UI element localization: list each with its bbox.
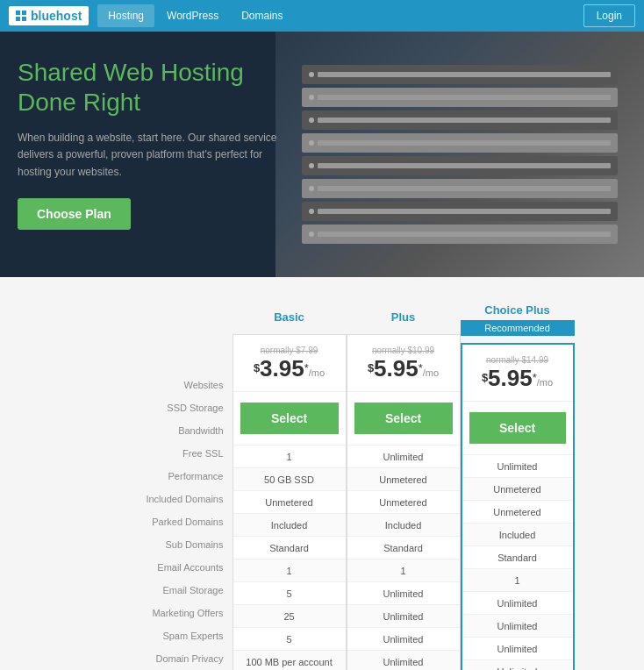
plan-choice-amount: 5.95	[488, 365, 533, 391]
plan-choice-plus: Choice Plus Recommended normally $14.99 …	[461, 303, 575, 670]
plan-choice-f5: 1	[462, 568, 573, 591]
nav-item-hosting[interactable]: Hosting	[97, 4, 154, 27]
plan-choice-f0: Unlimited	[462, 454, 573, 477]
plan-basic-f2: Unmetered	[233, 490, 346, 513]
plan-basic-price: $3.95*/mo	[240, 355, 339, 382]
hero-section: Shared Web Hosting Done Right When build…	[0, 32, 644, 277]
hero-server-image	[275, 32, 644, 277]
plan-plus-f8: Unlimited	[347, 627, 460, 650]
plan-choice-price: $5.95*/mo	[469, 365, 566, 392]
plan-choice-f7: Unlimited	[462, 614, 573, 637]
plan-plus-price: $5.95*/mo	[354, 355, 453, 382]
plan-plus-card: normally $10.99 $5.95*/mo Select Unlimit…	[347, 334, 461, 670]
plan-plus-f2: Unmetered	[347, 490, 460, 513]
plan-basic-f0: 1	[233, 445, 346, 467]
plan-choice-name: Choice Plus	[461, 303, 575, 320]
plan-basic-mo: /mo	[309, 367, 325, 378]
plan-basic-select-top[interactable]: Select	[240, 403, 339, 434]
plans-container: Websites SSD Storage Bandwidth Free SSL …	[13, 303, 631, 670]
plan-basic-f4: Standard	[233, 536, 346, 559]
plan-choice-f2: Unmetered	[462, 500, 573, 523]
plan-plus-f3: Included	[347, 513, 460, 536]
plan-choice-f9: Unlimited	[462, 659, 573, 670]
hero-subtitle: When building a website, start here. Our…	[18, 130, 281, 181]
label-performance: Performance	[70, 465, 233, 488]
label-ssd: SSD Storage	[70, 396, 233, 419]
label-domain-privacy: Domain Privacy	[70, 647, 233, 670]
plan-choice-f6: Unlimited	[462, 591, 573, 614]
label-email-accounts: Email Accounts	[70, 556, 233, 579]
plan-basic-f6: 5	[233, 581, 346, 604]
label-included-domains: Included Domains	[70, 488, 233, 510]
plan-plus-f9: Unlimited	[347, 650, 460, 670]
plan-choice-f3: Included	[462, 523, 573, 545]
plan-basic-card: normally $7.99 $3.95*/mo Select 1 50 GB …	[233, 334, 347, 670]
plan-choice-mo: /mo	[537, 377, 553, 388]
nav-item-domains[interactable]: Domains	[231, 4, 293, 27]
label-ssl: Free SSL	[70, 442, 233, 465]
plan-plus-f0: Unlimited	[347, 445, 460, 467]
plan-plus-amount: 5.95	[374, 355, 419, 381]
label-bandwidth: Bandwidth	[70, 419, 233, 442]
nav-item-wordpress[interactable]: WordPress	[156, 4, 229, 27]
plan-choice-recommended: Recommended	[461, 320, 575, 336]
label-websites: Websites	[70, 374, 233, 396]
plan-basic-amount: 3.95	[260, 355, 304, 381]
plan-choice-normally: normally $14.99	[469, 355, 566, 365]
nav-links: Hosting WordPress Domains	[97, 4, 293, 27]
plan-plus-f1: Unmetered	[347, 467, 460, 490]
plan-plus-select-top[interactable]: Select	[354, 403, 453, 434]
plan-basic-f8: 5	[233, 627, 346, 650]
server-rack-graphic	[275, 32, 644, 277]
label-spam: Spam Experts	[70, 624, 233, 647]
label-email-storage: Email Storage	[70, 579, 233, 602]
plan-plus-mo: /mo	[423, 367, 439, 378]
label-marketing: Marketing Offers	[70, 602, 233, 624]
plan-plus-f6: Unlimited	[347, 581, 460, 604]
plan-basic-f5: 1	[233, 559, 346, 581]
plan-basic-f9: 100 MB per account	[233, 650, 346, 670]
plan-choice-card: normally $14.99 $5.95*/mo Select Unlimit…	[461, 343, 575, 670]
plan-choice-f4: Standard	[462, 545, 573, 568]
choose-plan-button[interactable]: Choose Plan	[18, 198, 131, 230]
plan-plus: Plus normally $10.99 $5.95*/mo Select Un…	[347, 303, 461, 670]
plan-basic-f3: Included	[233, 513, 346, 536]
plan-choice-select-top[interactable]: Select	[469, 412, 566, 444]
label-parked-domains: Parked Domains	[70, 510, 233, 533]
plan-plus-name: Plus	[347, 303, 461, 327]
plan-plus-normally: normally $10.99	[354, 346, 453, 355]
feature-labels-column: Websites SSD Storage Bandwidth Free SSL …	[70, 303, 233, 670]
plan-plus-price-area: normally $10.99 $5.95*/mo	[347, 335, 460, 392]
plan-basic-price-area: normally $7.99 $3.95*/mo	[233, 335, 346, 392]
plan-plus-f4: Standard	[347, 536, 460, 559]
hero-content: Shared Web Hosting Done Right When build…	[18, 58, 281, 230]
hero-title: Shared Web Hosting Done Right	[18, 58, 281, 117]
plan-choice-f1: Unmetered	[462, 477, 573, 500]
plan-choice-f8: Unlimited	[462, 637, 573, 659]
logo-grid-icon	[16, 11, 26, 21]
plan-plus-f7: Unlimited	[347, 604, 460, 627]
logo-text: bluehost	[31, 9, 82, 23]
plan-basic-normally: normally $7.99	[240, 346, 339, 355]
plan-plus-f5: 1	[347, 559, 460, 581]
navigation: bluehost Hosting WordPress Domains Login	[0, 0, 644, 32]
plan-basic-f1: 50 GB SSD	[233, 467, 346, 490]
label-sub-domains: Sub Domains	[70, 533, 233, 556]
logo[interactable]: bluehost	[9, 6, 89, 25]
plan-basic: Basic normally $7.99 $3.95*/mo Select 1 …	[233, 303, 347, 670]
plan-basic-f7: 25	[233, 604, 346, 627]
plan-basic-name: Basic	[233, 303, 347, 327]
login-button[interactable]: Login	[583, 4, 635, 27]
pricing-section: Websites SSD Storage Bandwidth Free SSL …	[0, 277, 644, 670]
plan-choice-price-area: normally $14.99 $5.95*/mo	[462, 345, 573, 402]
